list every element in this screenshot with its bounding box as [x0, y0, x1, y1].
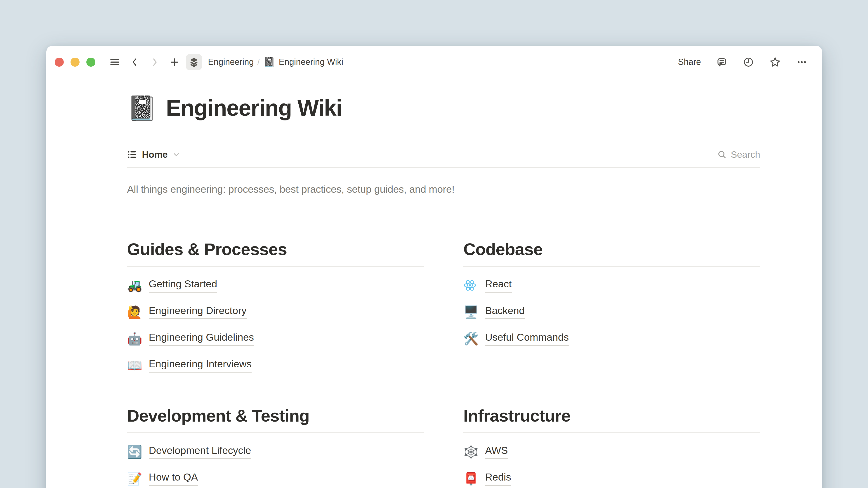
navigate-back-button[interactable] [129, 56, 141, 68]
page-link-row: 🛠️Useful Commands [463, 325, 760, 352]
clock-icon [743, 57, 754, 68]
section-link-list: 🕸️AWS📮Redis [463, 438, 760, 488]
page-link-row: 🖥️Backend [463, 299, 760, 325]
page-link[interactable]: Redis [485, 471, 511, 486]
share-button[interactable]: Share [678, 57, 701, 67]
section-divider [127, 266, 424, 267]
comments-button[interactable] [716, 56, 727, 68]
search-icon [717, 150, 727, 159]
close-window-button[interactable] [55, 58, 64, 67]
react-logo-icon [463, 279, 478, 292]
search-label: Search [731, 149, 760, 160]
page-link-row: 📝How to QA [127, 465, 424, 488]
navigate-forward-button[interactable] [149, 56, 160, 68]
favorite-button[interactable] [769, 56, 781, 68]
desktop-computer-emoji-icon: 🖥️ [463, 306, 478, 318]
spider-web-emoji-icon: 🕸️ [463, 446, 478, 458]
page-link[interactable]: AWS [485, 445, 508, 459]
wiki-section: Guides & Processes🚜Getting Started🙋Engin… [127, 239, 424, 379]
page-link[interactable]: Useful Commands [485, 331, 569, 346]
page-link[interactable]: Engineering Interviews [149, 358, 252, 372]
plus-icon [169, 57, 180, 67]
tractor-emoji-icon: 🚜 [127, 279, 142, 291]
breadcrumb-separator: / [257, 57, 260, 67]
teamspace-layers-icon [189, 57, 199, 67]
page-link[interactable]: Engineering Directory [149, 305, 247, 319]
ellipsis-icon [796, 57, 807, 68]
page-link[interactable]: Getting Started [149, 278, 217, 293]
chevron-left-icon [130, 57, 140, 67]
arrows-cycle-emoji-icon: 🔄 [127, 446, 142, 458]
page-link[interactable]: Engineering Guidelines [149, 331, 254, 346]
minimize-window-button[interactable] [70, 58, 80, 67]
section-title: Infrastructure [463, 405, 760, 426]
page-icon[interactable]: 📓 [127, 96, 157, 120]
bulleted-list-icon [127, 150, 137, 160]
breadcrumb-page-emoji: 📓 [264, 57, 275, 67]
view-tab-row: Home Search [127, 144, 760, 164]
page-link[interactable]: Backend [485, 305, 525, 319]
section-divider [127, 432, 424, 433]
sections-grid: Guides & Processes🚜Getting Started🙋Engin… [127, 239, 760, 488]
page-title[interactable]: Engineering Wiki [166, 95, 342, 121]
page-link-row: 🤖Engineering Guidelines [127, 325, 424, 352]
page-link-row: React [463, 272, 760, 299]
section-link-list: React🖥️Backend🛠️Useful Commands [463, 272, 760, 352]
page-link[interactable]: How to QA [149, 471, 198, 486]
page-header: 📓 Engineering Wiki [127, 95, 342, 121]
page-history-button[interactable] [743, 56, 754, 68]
wiki-section: Infrastructure🕸️AWS📮Redis [463, 405, 760, 488]
page-link-row: 📖Engineering Interviews [127, 352, 424, 379]
titlebar: Engineering / 📓 Engineering Wiki Share [46, 46, 822, 78]
traffic-lights [55, 58, 95, 67]
section-title: Guides & Processes [127, 239, 424, 260]
postbox-emoji-icon: 📮 [463, 473, 478, 485]
wiki-section: Codebase React🖥️Backend🛠️Useful Commands [463, 239, 760, 379]
page-link[interactable]: Development Lifecycle [149, 445, 251, 459]
notion-window: Engineering / 📓 Engineering Wiki Share [46, 46, 822, 488]
hammer-and-wrench-emoji-icon: 🛠️ [463, 332, 478, 345]
view-tab-home[interactable]: Home [127, 149, 180, 160]
section-divider [463, 432, 760, 433]
zoom-window-button[interactable] [86, 58, 95, 67]
page-description: All things engineering: processes, best … [127, 184, 455, 195]
page-link[interactable]: React [485, 278, 512, 293]
titlebar-left-group: Engineering / 📓 Engineering Wiki [55, 54, 343, 70]
page-link-row: 🙋Engineering Directory [127, 299, 424, 325]
view-tab-label: Home [142, 149, 168, 160]
person-raising-hand-emoji-icon: 🙋 [127, 306, 142, 318]
more-options-button[interactable] [796, 56, 808, 68]
page-link-row: 🔄Development Lifecycle [127, 438, 424, 465]
robot-emoji-icon: 🤖 [127, 332, 142, 345]
section-divider [463, 266, 760, 267]
page-link-row: 🚜Getting Started [127, 272, 424, 299]
page-link-row: 🕸️AWS [463, 438, 760, 465]
memo-emoji-icon: 📝 [127, 473, 142, 485]
header-divider [127, 167, 760, 168]
chevron-right-icon [150, 57, 159, 67]
section-link-list: 🔄Development Lifecycle📝How to QA [127, 438, 424, 488]
section-link-list: 🚜Getting Started🙋Engineering Directory🤖E… [127, 272, 424, 379]
view-search[interactable]: Search [717, 149, 760, 160]
page-link-row: 📮Redis [463, 465, 760, 488]
open-book-emoji-icon: 📖 [127, 359, 142, 371]
new-page-button[interactable] [168, 56, 180, 68]
chevron-down-icon [173, 151, 180, 158]
section-title: Development & Testing [127, 405, 424, 426]
titlebar-right-group: Share [678, 56, 808, 68]
comment-icon [716, 57, 727, 68]
sidebar-menu-button[interactable] [109, 56, 121, 68]
wiki-section: Development & Testing🔄Development Lifecy… [127, 405, 424, 488]
breadcrumb-page[interactable]: Engineering Wiki [279, 57, 343, 67]
section-title: Codebase [463, 239, 760, 260]
star-icon [769, 56, 781, 68]
breadcrumb-teamspace[interactable]: Engineering [208, 57, 254, 67]
teamspace-breadcrumb-chip[interactable] [186, 54, 202, 70]
hamburger-icon [110, 57, 120, 67]
